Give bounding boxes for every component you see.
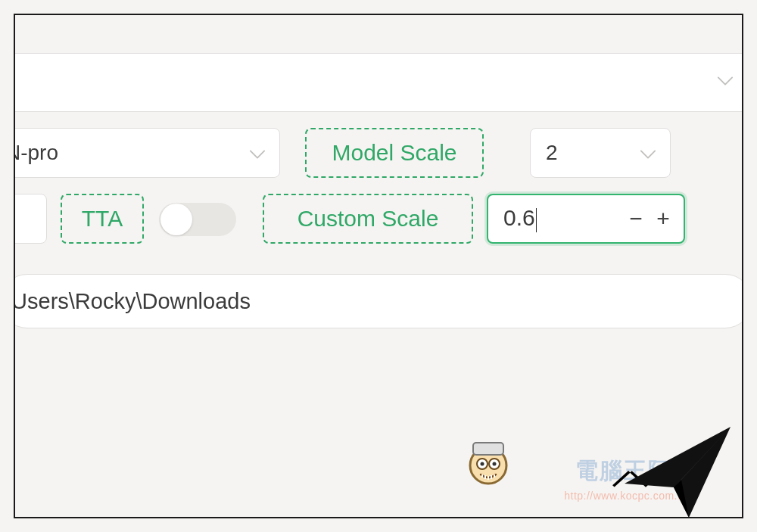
app-window: N-pro Model Scale 2 TTA Custom Scale 0.6… (14, 14, 743, 518)
tta-label: TTA (61, 194, 144, 244)
model-dropdown[interactable]: N-pro (14, 128, 280, 178)
tta-toggle[interactable] (159, 203, 236, 236)
model-scale-dropdown[interactable]: 2 (530, 128, 671, 178)
svg-point-4 (481, 462, 484, 466)
text-caret (536, 208, 537, 232)
increment-button[interactable]: + (653, 207, 673, 230)
chevron-down-icon (249, 141, 266, 165)
model-scale-value: 2 (546, 141, 558, 165)
model-scale-label: Model Scale (305, 128, 484, 178)
spinner-controls: − + (626, 207, 684, 230)
custom-scale-label: Custom Scale (263, 194, 473, 244)
toggle-knob (160, 204, 192, 235)
mascot-icon (466, 441, 511, 487)
svg-point-5 (493, 462, 497, 466)
output-path-value: \Users\Rocky\Downloads (14, 289, 251, 314)
decrement-button[interactable]: − (626, 207, 646, 230)
custom-scale-value[interactable]: 0.6 (488, 205, 626, 232)
svg-rect-1 (473, 443, 503, 455)
chevron-down-icon (640, 141, 656, 165)
chevron-down-icon (717, 76, 734, 89)
leading-box[interactable] (14, 194, 47, 244)
model-dropdown-value: N-pro (14, 141, 58, 165)
custom-scale-input[interactable]: 0.6 − + (487, 194, 685, 244)
paper-plane-cursor-icon (621, 423, 734, 518)
top-dropdown[interactable] (14, 53, 743, 112)
output-path-field[interactable]: \Users\Rocky\Downloads (14, 274, 743, 328)
